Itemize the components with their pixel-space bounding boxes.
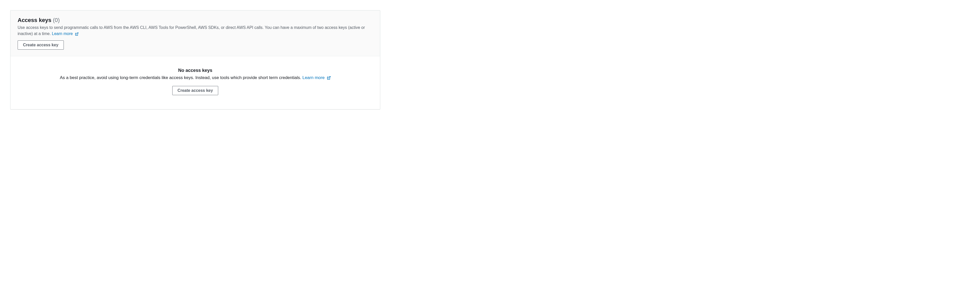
panel-count: (0) bbox=[53, 17, 60, 24]
external-link-icon bbox=[75, 32, 79, 36]
panel-title-row: Access keys (0) bbox=[18, 17, 373, 24]
empty-state-description-text: As a best practice, avoid using long-ter… bbox=[60, 75, 302, 80]
panel-body-empty-state: No access keys As a best practice, avoid… bbox=[11, 56, 380, 109]
panel-title: Access keys bbox=[18, 17, 51, 24]
learn-more-label: Learn more bbox=[52, 32, 73, 36]
learn-more-link-header[interactable]: Learn more bbox=[52, 32, 78, 36]
panel-description: Use access keys to send programmatic cal… bbox=[18, 24, 373, 37]
learn-more-link-body[interactable]: Learn more bbox=[302, 75, 331, 80]
create-access-key-button-body[interactable]: Create access key bbox=[172, 86, 218, 95]
panel-header: Access keys (0) Use access keys to send … bbox=[11, 11, 380, 56]
access-keys-panel: Access keys (0) Use access keys to send … bbox=[10, 10, 380, 109]
learn-more-label-body: Learn more bbox=[302, 75, 325, 80]
empty-state-title: No access keys bbox=[18, 68, 373, 73]
empty-state-description: As a best practice, avoid using long-ter… bbox=[18, 75, 373, 80]
create-access-key-button-header[interactable]: Create access key bbox=[18, 40, 64, 50]
external-link-icon bbox=[327, 76, 331, 80]
